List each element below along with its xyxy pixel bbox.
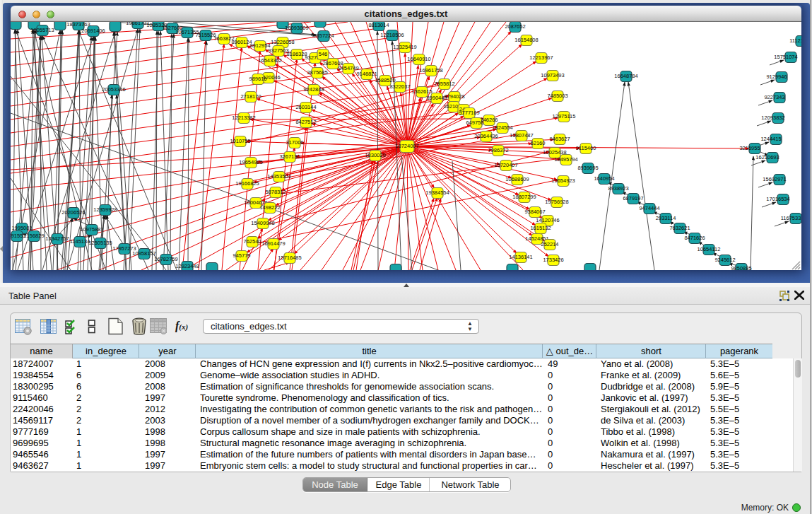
svg-text:10958157: 10958157: [132, 250, 155, 257]
svg-text:20691406: 20691406: [81, 28, 105, 34]
svg-text:19654985: 19654985: [239, 159, 262, 165]
svg-text:19166825: 19166825: [235, 180, 259, 187]
svg-text:1588520: 1588520: [375, 77, 395, 83]
svg-text:1830029: 1830029: [365, 152, 385, 158]
svg-text:1640954: 1640954: [594, 175, 614, 182]
svg-text:7857224: 7857224: [313, 33, 334, 39]
svg-text:2156829: 2156829: [23, 233, 44, 239]
svg-text:8471626: 8471626: [684, 235, 705, 241]
svg-text:12093832: 12093832: [761, 115, 784, 121]
svg-text:16640910: 16640910: [407, 56, 430, 62]
svg-text:15716485: 15716485: [278, 255, 301, 261]
svg-text:16914479: 16914479: [261, 240, 285, 247]
svg-text:16961758: 16961758: [419, 67, 442, 74]
svg-text:9227343: 9227343: [764, 94, 784, 100]
svg-text:2933114: 2933114: [656, 215, 676, 221]
svg-text:2603144: 2603144: [295, 104, 316, 110]
svg-text:1145134: 1145134: [70, 238, 90, 245]
svg-text:252214: 252214: [541, 241, 558, 247]
svg-text:19384554: 19384554: [425, 189, 449, 196]
svg-text:5878312: 5878312: [265, 189, 286, 195]
svg-text:3215955: 3215955: [739, 145, 760, 151]
svg-text:13226058: 13226058: [271, 39, 294, 45]
svg-text:8322037: 8322037: [389, 83, 410, 90]
svg-text:19055713: 19055713: [30, 27, 54, 33]
svg-text:9146821: 9146821: [356, 71, 377, 77]
svg-text:15751074: 15751074: [774, 54, 797, 60]
svg-text:1824554: 1824554: [492, 124, 512, 131]
svg-text:9115460: 9115460: [576, 145, 596, 151]
svg-text:12342757: 12342757: [45, 235, 69, 242]
svg-text:16782759: 16782759: [154, 256, 177, 262]
svg-text:3875685: 3875685: [307, 69, 327, 76]
svg-text:12213967: 12213967: [529, 54, 553, 61]
svg-text:16210693: 16210693: [755, 154, 779, 160]
svg-text:762540: 762540: [243, 238, 261, 245]
svg-text:1733426: 1733426: [543, 257, 563, 263]
svg-text:18373763: 18373763: [66, 22, 90, 28]
svg-text:10973493: 10973493: [541, 72, 564, 78]
svg-text:12975115: 12975115: [553, 113, 576, 119]
svg-text:16093809: 16093809: [285, 25, 308, 31]
svg-text:16648784: 16648784: [614, 73, 637, 79]
svg-text:14120746: 14120746: [536, 217, 559, 223]
svg-text:19654923: 19654923: [551, 177, 575, 184]
svg-text:1362615: 1362615: [411, 88, 432, 95]
svg-text:10654112: 10654112: [698, 246, 721, 252]
svg-text:9129946: 9129946: [766, 74, 787, 80]
svg-text:13325419: 13325419: [393, 44, 416, 50]
svg-text:1244415: 1244415: [760, 136, 781, 142]
svg-text:989616: 989616: [249, 76, 266, 82]
svg-text:9850885: 9850885: [731, 265, 751, 270]
svg-text:18724007: 18724007: [395, 143, 418, 149]
svg-text:7632621: 7632621: [669, 225, 690, 231]
svg-text:20364436: 20364436: [474, 133, 498, 139]
svg-text:9245612: 9245612: [714, 257, 735, 263]
svg-text:19756928: 19756928: [545, 199, 568, 205]
svg-text:746266: 746266: [480, 117, 498, 123]
svg-text:11121: 11121: [789, 37, 801, 44]
svg-text:3267130: 3267130: [279, 153, 300, 160]
svg-text:8912954: 8912954: [249, 42, 270, 49]
svg-text:317006: 317006: [286, 139, 303, 146]
svg-text:20053346: 20053346: [102, 86, 125, 93]
svg-text:12923448: 12923448: [175, 263, 199, 269]
svg-text:15409948: 15409948: [251, 220, 274, 226]
svg-text:15720407: 15720407: [494, 162, 517, 168]
svg-text:6879197: 6879197: [623, 195, 643, 201]
svg-text:8454749: 8454749: [338, 65, 358, 71]
svg-text:12218506: 12218506: [380, 32, 404, 38]
svg-text:9384067: 9384067: [524, 209, 545, 215]
svg-text:1995081: 1995081: [11, 225, 32, 231]
svg-text:8427512: 8427512: [295, 119, 316, 125]
svg-text:7485003: 7485003: [547, 93, 567, 99]
svg-text:15692971: 15692971: [763, 176, 786, 182]
svg-text:546: 546: [319, 51, 328, 57]
svg-text:12359928: 12359928: [93, 206, 117, 213]
svg-text:9777169: 9777169: [459, 110, 479, 116]
svg-text:945779: 945779: [233, 252, 250, 259]
svg-text:1010755: 1010755: [230, 138, 250, 144]
svg-text:16154808: 16154808: [514, 37, 538, 43]
svg-text:10807487: 10807487: [510, 132, 533, 139]
svg-text:12213382: 12213382: [232, 115, 255, 121]
svg-text:8938923: 8938923: [608, 185, 628, 192]
svg-text:9463627: 9463627: [549, 136, 570, 142]
svg-text:1498222: 1498222: [259, 204, 280, 211]
svg-text:9242848: 9242848: [303, 86, 324, 93]
svg-text:2087652: 2087652: [505, 23, 525, 30]
svg-text:1167533: 1167533: [781, 215, 801, 221]
svg-text:8813014: 8813014: [368, 22, 389, 28]
svg-text:10688609: 10688609: [505, 176, 529, 182]
svg-text:6794028: 6794028: [444, 93, 464, 100]
svg-text:7955812: 7955812: [434, 81, 454, 87]
svg-text:14136141: 14136141: [509, 254, 532, 260]
svg-text:1615132: 1615132: [530, 225, 551, 231]
svg-text:20206526: 20206526: [61, 209, 85, 216]
svg-text:7986372: 7986372: [488, 147, 508, 153]
svg-text:18807299: 18807299: [512, 194, 536, 200]
svg-text:17016534: 17016534: [766, 196, 789, 202]
svg-text:8186328: 8186328: [286, 51, 307, 57]
svg-text:2718170: 2718170: [240, 93, 261, 100]
svg-text:18495794: 18495794: [554, 156, 577, 163]
